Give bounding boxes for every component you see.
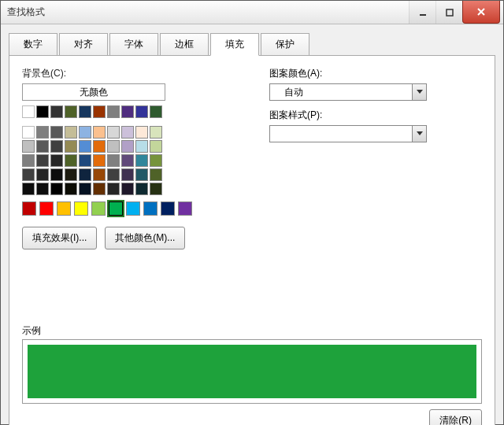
color-swatch[interactable] — [93, 126, 106, 139]
color-swatch[interactable] — [135, 126, 148, 139]
svg-rect-0 — [420, 14, 426, 16]
color-swatch[interactable] — [93, 140, 106, 153]
color-swatch[interactable] — [74, 201, 88, 216]
color-swatch[interactable] — [150, 154, 162, 167]
color-swatch[interactable] — [65, 183, 77, 195]
color-swatch[interactable] — [107, 140, 120, 153]
dialog-window: 查找格式 数字 对齐 字体 边框 填充 保护 背景色(C): 无颜色 — [0, 0, 504, 425]
color-swatch[interactable] — [135, 168, 148, 181]
color-swatch[interactable] — [91, 201, 106, 216]
color-swatch[interactable] — [79, 183, 91, 195]
color-swatch[interactable] — [65, 154, 77, 167]
color-swatch[interactable] — [50, 183, 63, 195]
color-swatch[interactable] — [79, 140, 91, 153]
color-swatch[interactable] — [135, 183, 148, 195]
tab-protection[interactable]: 保护 — [261, 33, 309, 56]
pattern-style-dropdown[interactable] — [269, 125, 427, 142]
tab-page-fill: 背景色(C): 无颜色 填充效果(I)... 其他颜色(M)... — [9, 55, 495, 425]
color-swatch[interactable] — [161, 201, 175, 216]
color-swatch[interactable] — [22, 154, 35, 167]
color-swatch[interactable] — [178, 201, 192, 216]
color-swatch[interactable] — [57, 201, 71, 216]
color-swatch[interactable] — [50, 154, 63, 167]
color-swatch[interactable] — [36, 105, 49, 118]
color-swatch[interactable] — [65, 105, 77, 118]
color-swatch[interactable] — [79, 105, 91, 118]
color-swatch[interactable] — [22, 201, 36, 216]
tab-fill[interactable]: 填充 — [210, 33, 259, 56]
color-swatch[interactable] — [65, 168, 77, 181]
color-swatch[interactable] — [79, 126, 91, 139]
color-swatch[interactable] — [143, 201, 158, 216]
color-swatch[interactable] — [36, 126, 49, 139]
color-swatch[interactable] — [150, 168, 162, 181]
color-swatch[interactable] — [39, 201, 54, 216]
color-swatch[interactable] — [135, 154, 148, 167]
color-swatch[interactable] — [93, 105, 106, 118]
example-label: 示例 — [22, 324, 41, 338]
color-swatch[interactable] — [22, 126, 35, 139]
color-swatch[interactable] — [109, 201, 123, 216]
pattern-style-label: 图案样式(P): — [269, 109, 435, 122]
color-swatch[interactable] — [150, 105, 162, 118]
close-button[interactable] — [462, 1, 500, 24]
tab-number[interactable]: 数字 — [9, 33, 57, 56]
pattern-color-dropdown[interactable]: 自动 — [269, 83, 427, 101]
example-preview — [22, 339, 482, 404]
pattern-color-value: 自动 — [284, 86, 303, 99]
no-color-button[interactable]: 无颜色 — [22, 83, 165, 101]
color-swatch[interactable] — [22, 105, 35, 118]
color-swatch[interactable] — [22, 183, 35, 195]
example-fill — [28, 345, 476, 398]
background-color-section: 背景色(C): 无颜色 填充效果(I)... 其他颜色(M)... — [22, 67, 227, 249]
color-swatch[interactable] — [121, 183, 134, 195]
color-swatch[interactable] — [36, 183, 49, 195]
background-color-label: 背景色(C): — [22, 67, 227, 80]
color-swatch[interactable] — [50, 140, 63, 153]
color-swatch[interactable] — [107, 154, 120, 167]
color-swatch[interactable] — [121, 154, 134, 167]
color-swatch[interactable] — [22, 168, 35, 181]
titlebar: 查找格式 — [1, 1, 503, 24]
fill-effects-button[interactable]: 填充效果(I)... — [22, 227, 97, 249]
tab-alignment[interactable]: 对齐 — [59, 33, 108, 56]
color-swatch[interactable] — [150, 126, 162, 139]
pattern-section: 图案颜色(A): 自动 图案样式(P): — [269, 67, 435, 249]
color-swatch[interactable] — [135, 105, 148, 118]
color-swatch[interactable] — [93, 154, 106, 167]
color-swatch[interactable] — [150, 140, 162, 153]
color-swatch[interactable] — [107, 105, 120, 118]
color-swatch[interactable] — [65, 126, 77, 139]
maximize-button[interactable] — [435, 1, 462, 24]
more-colors-button[interactable]: 其他颜色(M)... — [105, 227, 185, 249]
color-swatch[interactable] — [107, 168, 120, 181]
tab-strip: 数字 对齐 字体 边框 填充 保护 — [9, 32, 495, 55]
color-swatch[interactable] — [121, 140, 134, 153]
color-swatch[interactable] — [121, 168, 134, 181]
color-swatch[interactable] — [36, 168, 49, 181]
color-swatch[interactable] — [36, 154, 49, 167]
color-swatch[interactable] — [93, 168, 106, 181]
color-swatch[interactable] — [107, 126, 120, 139]
color-swatch[interactable] — [121, 126, 134, 139]
color-swatch[interactable] — [126, 201, 140, 216]
color-swatch[interactable] — [93, 183, 106, 195]
tab-font[interactable]: 字体 — [109, 33, 158, 56]
color-swatch[interactable] — [121, 105, 134, 118]
color-swatch[interactable] — [135, 140, 148, 153]
clear-button[interactable]: 清除(R) — [429, 409, 482, 425]
color-swatch[interactable] — [79, 154, 91, 167]
color-swatch[interactable] — [79, 168, 91, 181]
color-swatch[interactable] — [150, 183, 162, 195]
color-swatch[interactable] — [107, 183, 120, 195]
color-swatch[interactable] — [36, 140, 49, 153]
chevron-down-icon — [412, 126, 426, 142]
minimize-button[interactable] — [409, 1, 435, 24]
color-swatch[interactable] — [50, 168, 63, 181]
color-swatch[interactable] — [50, 105, 63, 118]
color-swatch[interactable] — [50, 126, 63, 139]
tab-border[interactable]: 边框 — [160, 33, 209, 56]
color-swatch[interactable] — [22, 140, 35, 153]
color-swatch[interactable] — [65, 140, 77, 153]
window-title: 查找格式 — [1, 6, 45, 19]
